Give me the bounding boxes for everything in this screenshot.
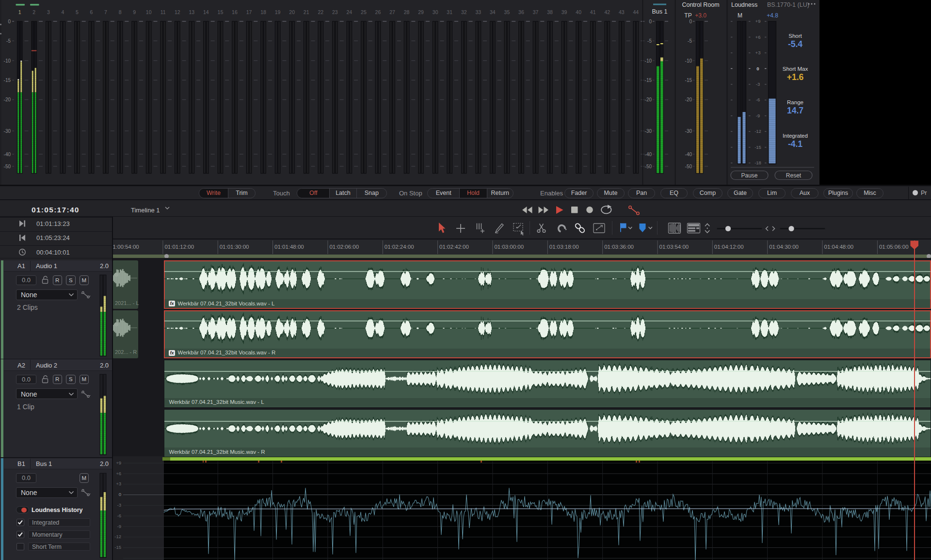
svg-text:+9: +9 bbox=[755, 18, 761, 24]
svg-text:-12: -12 bbox=[754, 128, 761, 134]
svg-text:14.7: 14.7 bbox=[787, 106, 803, 115]
svg-text:-10: -10 bbox=[685, 58, 692, 64]
svg-text:19: 19 bbox=[275, 9, 281, 15]
svg-text:01:02:24:00: 01:02:24:00 bbox=[385, 244, 414, 250]
svg-text:Reset: Reset bbox=[786, 172, 802, 179]
svg-text:33: 33 bbox=[475, 9, 481, 15]
svg-text:30: 30 bbox=[433, 9, 438, 15]
svg-text:-6: -6 bbox=[756, 97, 760, 102]
svg-text:-30: -30 bbox=[685, 128, 692, 134]
svg-text:22: 22 bbox=[318, 9, 323, 15]
svg-text:23: 23 bbox=[332, 9, 338, 15]
svg-text:BS.1770-1 (LU): BS.1770-1 (LU) bbox=[767, 1, 809, 8]
svg-text:39: 39 bbox=[562, 9, 567, 15]
svg-text:31: 31 bbox=[447, 9, 452, 15]
svg-text:Pause: Pause bbox=[741, 172, 757, 179]
svg-text:25: 25 bbox=[361, 9, 367, 15]
svg-text:-20: -20 bbox=[4, 97, 11, 102]
svg-text:3: 3 bbox=[47, 9, 50, 15]
svg-text:-30: -30 bbox=[645, 128, 652, 134]
svg-text:26: 26 bbox=[375, 9, 381, 15]
svg-text:-3: -3 bbox=[117, 502, 121, 508]
svg-text:37: 37 bbox=[533, 9, 539, 15]
svg-text:27: 27 bbox=[389, 9, 395, 15]
svg-text:36: 36 bbox=[518, 9, 524, 15]
svg-text:01:01:30:00: 01:01:30:00 bbox=[220, 244, 249, 250]
svg-text:34: 34 bbox=[490, 9, 496, 15]
svg-text:-40: -40 bbox=[645, 152, 652, 157]
svg-text:24: 24 bbox=[347, 9, 353, 15]
svg-text:-5: -5 bbox=[688, 38, 692, 44]
svg-text:-15: -15 bbox=[645, 78, 652, 83]
svg-text:0: 0 bbox=[689, 19, 692, 24]
svg-text:28: 28 bbox=[404, 9, 410, 15]
svg-text:29: 29 bbox=[418, 9, 424, 15]
svg-text:-3: -3 bbox=[756, 81, 760, 87]
svg-text:+3: +3 bbox=[755, 50, 761, 55]
svg-text:Integrated: Integrated bbox=[783, 133, 808, 139]
svg-text:40: 40 bbox=[576, 9, 581, 15]
svg-text:0: 0 bbox=[756, 66, 759, 71]
svg-text:4: 4 bbox=[61, 9, 64, 15]
svg-text:9: 9 bbox=[133, 9, 136, 15]
svg-text:10: 10 bbox=[146, 9, 152, 15]
svg-text:-15: -15 bbox=[114, 544, 121, 550]
svg-text:5: 5 bbox=[76, 9, 79, 15]
svg-text:M: M bbox=[738, 12, 742, 19]
svg-text:44: 44 bbox=[633, 9, 639, 15]
svg-text:2: 2 bbox=[32, 9, 35, 15]
svg-text:01:03:18:00: 01:03:18:00 bbox=[549, 244, 579, 250]
svg-text:-15: -15 bbox=[754, 144, 761, 150]
svg-text:Range: Range bbox=[787, 99, 803, 105]
svg-text:21: 21 bbox=[304, 9, 309, 15]
svg-text:-4.1: -4.1 bbox=[788, 139, 803, 149]
svg-text:-5: -5 bbox=[6, 38, 11, 44]
svg-text:14: 14 bbox=[203, 9, 209, 15]
svg-text:35: 35 bbox=[504, 9, 510, 15]
svg-text:-9: -9 bbox=[756, 113, 760, 118]
svg-text:01:02:06:00: 01:02:06:00 bbox=[329, 244, 359, 250]
svg-text:16: 16 bbox=[232, 9, 238, 15]
svg-text:-50: -50 bbox=[4, 164, 11, 169]
svg-text:01:03:00:00: 01:03:00:00 bbox=[494, 244, 524, 250]
svg-text:+9: +9 bbox=[116, 460, 121, 465]
svg-text:41: 41 bbox=[590, 9, 596, 15]
svg-text:Short: Short bbox=[788, 33, 802, 39]
svg-text:12: 12 bbox=[175, 9, 180, 15]
svg-text:18: 18 bbox=[260, 9, 266, 15]
svg-text:-6: -6 bbox=[117, 513, 121, 518]
svg-text:0: 0 bbox=[649, 19, 652, 24]
svg-text:01:00:54:00: 01:00:54:00 bbox=[113, 244, 139, 250]
svg-text:-12: -12 bbox=[114, 534, 121, 539]
svg-text:-50: -50 bbox=[685, 164, 692, 169]
svg-text:13: 13 bbox=[189, 9, 194, 15]
svg-text:01:01:48:00: 01:01:48:00 bbox=[274, 244, 304, 250]
svg-text:01:04:48:00: 01:04:48:00 bbox=[824, 244, 854, 250]
svg-text:-5: -5 bbox=[647, 38, 652, 44]
svg-text:11: 11 bbox=[161, 9, 166, 15]
svg-text:01:04:12:00: 01:04:12:00 bbox=[714, 244, 744, 250]
svg-text:15: 15 bbox=[218, 9, 224, 15]
svg-text:32: 32 bbox=[461, 9, 467, 15]
svg-text:20: 20 bbox=[289, 9, 295, 15]
svg-text:01:03:54:00: 01:03:54:00 bbox=[659, 244, 689, 250]
svg-text:TP: TP bbox=[684, 12, 691, 19]
svg-text:-20: -20 bbox=[685, 97, 692, 102]
svg-text:-40: -40 bbox=[685, 152, 692, 157]
svg-text:+3: +3 bbox=[116, 481, 121, 486]
svg-text:7: 7 bbox=[104, 9, 107, 15]
svg-text:+6: +6 bbox=[116, 471, 121, 476]
svg-text:+6: +6 bbox=[755, 34, 761, 40]
svg-text:-18: -18 bbox=[754, 160, 761, 165]
svg-text:01:05:06:00: 01:05:06:00 bbox=[879, 244, 909, 250]
svg-text:01:02:42:00: 01:02:42:00 bbox=[439, 244, 469, 250]
svg-text:01:04:30:00: 01:04:30:00 bbox=[769, 244, 799, 250]
svg-text:17: 17 bbox=[246, 9, 252, 15]
svg-text:Loudness: Loudness bbox=[731, 1, 757, 8]
svg-text:-20: -20 bbox=[645, 97, 652, 102]
svg-text:Short Max: Short Max bbox=[783, 66, 808, 72]
svg-text:-9: -9 bbox=[117, 524, 121, 529]
svg-text:01:01:12:00: 01:01:12:00 bbox=[164, 244, 194, 250]
svg-text:-50: -50 bbox=[645, 164, 652, 169]
svg-text:-10: -10 bbox=[645, 58, 652, 64]
